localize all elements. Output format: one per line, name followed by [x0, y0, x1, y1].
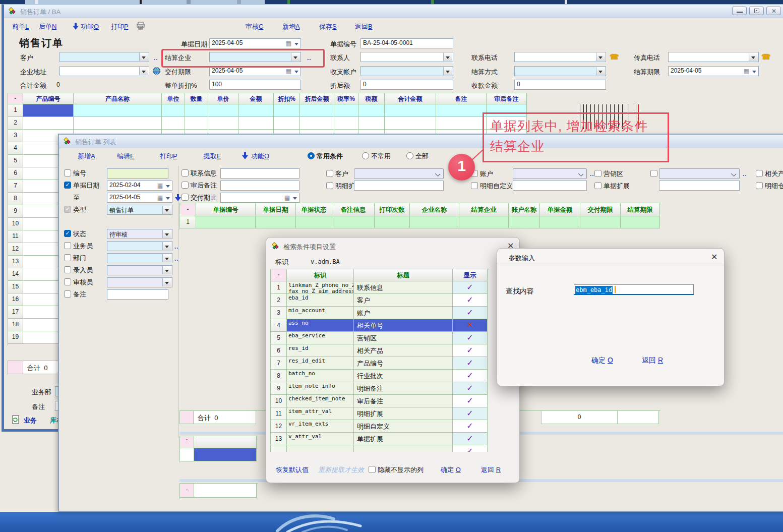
settings-id-cell[interactable]: [287, 445, 354, 452]
settings-show-cell[interactable]: ✓: [453, 370, 488, 382]
settings-ok-button[interactable]: 确定 O: [441, 465, 461, 475]
chevron-down-icon[interactable]: [293, 197, 297, 202]
chevron-down-icon[interactable]: [139, 53, 148, 61]
items-cell[interactable]: [334, 104, 358, 117]
settings-id-cell[interactable]: v_attr_val: [287, 433, 354, 445]
filter-checkbox-7[interactable]: [64, 254, 71, 261]
chevron-down-icon[interactable]: [166, 197, 170, 202]
items-cell[interactable]: [23, 117, 74, 130]
chevron-down-icon[interactable]: [294, 71, 298, 75]
contact-combo[interactable]: [360, 52, 453, 62]
settle-deadline-input[interactable]: 2025-04-05▦: [668, 66, 759, 76]
filter-more-button[interactable]: ..: [174, 255, 179, 262]
customer-combo[interactable]: [59, 52, 149, 62]
search-content-input[interactable]: ebm_eba_id: [574, 284, 694, 295]
settings-title-cell[interactable]: 明细备注: [354, 382, 453, 395]
settings-title-cell[interactable]: 单据扩展: [354, 433, 453, 445]
settings-id-cell[interactable]: linkman_Z_phone_no_Z_fax_no_Z_aim_addres…: [287, 281, 354, 294]
items-cell[interactable]: [238, 104, 274, 117]
phone-icon[interactable]: ☎: [761, 52, 771, 62]
settings-back-button[interactable]: 返回 R: [481, 465, 501, 475]
settings-title-cell[interactable]: 客户: [354, 294, 453, 307]
market-area-filter-combo[interactable]: [659, 168, 740, 179]
filter-combo[interactable]: 待审核: [107, 229, 172, 239]
list-cell[interactable]: [332, 216, 375, 228]
mini-grid-selected-cell[interactable]: [194, 448, 257, 461]
settings-show-cell[interactable]: ✓: [453, 281, 488, 294]
customer-filter-combo[interactable]: [354, 168, 444, 179]
settings-title-cell[interactable]: 营销区: [354, 332, 453, 344]
settings-title-cell[interactable]: 相关单号: [354, 319, 453, 332]
chevron-down-icon[interactable]: [162, 242, 171, 250]
chevron-down-icon[interactable]: [294, 43, 298, 47]
filter-input[interactable]: [107, 289, 168, 300]
chevron-down-icon[interactable]: [166, 185, 170, 190]
items-cell[interactable]: [185, 104, 208, 117]
settings-title-cell[interactable]: 账户: [354, 307, 453, 319]
list-cell[interactable]: [410, 216, 459, 228]
settings-show-cell[interactable]: ✓: [453, 344, 488, 357]
settings-id-cell[interactable]: item_attr_val: [287, 407, 354, 420]
chevron-down-icon[interactable]: [162, 230, 171, 238]
settings-title-cell[interactable]: 产品编号: [354, 357, 453, 370]
settings-id-cell[interactable]: eba_service: [287, 332, 354, 344]
chevron-down-icon[interactable]: [162, 206, 171, 214]
chevron-down-icon[interactable]: [162, 254, 171, 262]
items-cell[interactable]: [162, 104, 185, 117]
filter-more-button[interactable]: ..: [174, 243, 179, 250]
doc-ext-filter-input[interactable]: [659, 181, 740, 191]
filter-input[interactable]: [220, 181, 299, 191]
received-amount-input[interactable]: 0: [514, 80, 606, 90]
settings-show-cell[interactable]: ✕: [453, 319, 488, 332]
chevron-down-icon[interactable]: [596, 53, 605, 61]
detail-warehouse-filter-checkbox[interactable]: [756, 182, 763, 189]
items-cell[interactable]: [23, 104, 74, 117]
refresh-doc-icon[interactable]: [12, 415, 20, 424]
items-cell[interactable]: [74, 117, 162, 130]
filter-checkbox-4[interactable]: [64, 206, 71, 213]
filter-checkbox[interactable]: [182, 169, 189, 176]
restore-defaults-button[interactable]: 恢复默认值: [276, 465, 309, 475]
items-cell[interactable]: [436, 104, 487, 117]
market-area-extra-checkbox[interactable]: [650, 170, 657, 177]
filter-checkbox[interactable]: [182, 182, 189, 189]
settings-title-cell[interactable]: 行业批次: [354, 370, 453, 382]
filter-date-input[interactable]: 2025-04-05▦: [107, 193, 172, 203]
items-cell[interactable]: [300, 117, 334, 130]
mini-grid-rownum[interactable]: [180, 448, 194, 461]
items-cell[interactable]: [358, 104, 385, 117]
list-cell[interactable]: [375, 216, 410, 228]
account-more-button[interactable]: ..: [590, 170, 594, 178]
settings-show-cell[interactable]: ✓: [453, 357, 488, 370]
detail-custom-filter-checkbox[interactable]: [471, 182, 478, 189]
fax-phone-combo[interactable]: [668, 52, 759, 62]
settings-id-cell[interactable]: ass_no: [287, 319, 354, 332]
settings-show-cell[interactable]: ✓: [453, 332, 488, 344]
items-cell[interactable]: [385, 104, 436, 117]
list-cell[interactable]: [540, 216, 580, 228]
settings-show-cell[interactable]: ✓: [453, 307, 488, 319]
doc-no-input[interactable]: BA-25-04-05-0001: [360, 38, 453, 48]
settings-title-cell[interactable]: 相关产品: [354, 344, 453, 357]
filter-checkbox-2[interactable]: [64, 182, 71, 189]
customer-more-button[interactable]: ..: [154, 54, 158, 62]
chevron-down-icon[interactable]: [162, 278, 171, 286]
market-area-more-button[interactable]: ..: [743, 170, 747, 178]
items-cell[interactable]: [208, 117, 238, 130]
list-cell[interactable]: [459, 216, 509, 228]
items-cell[interactable]: [334, 117, 358, 130]
account-combo[interactable]: [360, 66, 453, 76]
list-cell[interactable]: [580, 216, 621, 228]
list-cell[interactable]: [256, 216, 296, 228]
doc-date-input[interactable]: 2025-04-05▦: [209, 38, 301, 48]
radio-uncommon[interactable]: [362, 152, 369, 159]
settings-id-cell[interactable]: vr_item_exts: [287, 420, 354, 433]
filter-date-input[interactable]: ▦: [220, 193, 299, 203]
filter-checkbox-9[interactable]: [64, 278, 71, 285]
items-cell[interactable]: [436, 117, 487, 130]
whole-discount-input[interactable]: 100: [209, 80, 301, 90]
settings-show-cell[interactable]: ✓: [453, 445, 488, 452]
detail-ext-filter-input[interactable]: [354, 181, 444, 191]
chevron-down-icon[interactable]: [443, 67, 452, 75]
delivery-deadline-input[interactable]: 2025-04-05▦: [209, 66, 301, 76]
